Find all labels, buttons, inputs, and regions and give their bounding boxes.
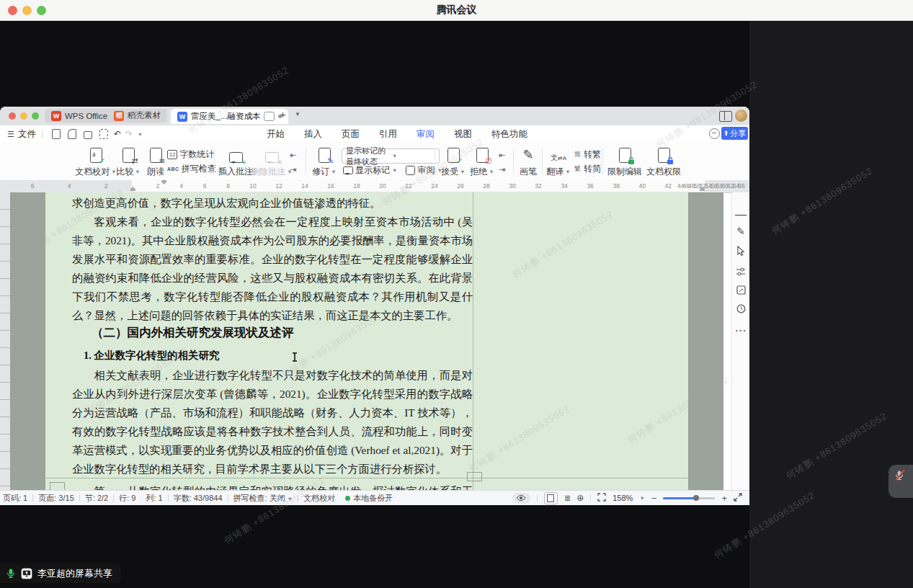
translate-button[interactable]: 文⇄A 翻译▼ (543, 146, 574, 178)
simplified-to-traditional-button[interactable]: 简 转繁 (574, 148, 601, 161)
spell-check-button[interactable]: ABC 拼写检查▼ (167, 163, 223, 175)
divider (435, 148, 435, 174)
menu-special-features[interactable]: 特色功能 (491, 128, 527, 141)
hamburger-icon[interactable]: ☰ (7, 130, 14, 139)
ruler-number: 66 (738, 182, 744, 190)
doc-proofing-button[interactable]: a✓ 文档校对▼ (75, 146, 117, 178)
zoom-slider-knob[interactable] (693, 495, 699, 501)
collapse-strip-icon[interactable]: — (732, 208, 749, 221)
previous-revision-button[interactable]: ⇤ (499, 149, 505, 161)
zoom-out-button[interactable]: − (651, 493, 657, 504)
floating-mic-panel[interactable] (888, 465, 913, 498)
print-preview-icon[interactable] (99, 129, 108, 139)
ocr-extract-icon[interactable] (732, 285, 749, 298)
doc-permission-button[interactable]: 文档权限 (644, 146, 683, 178)
new-tab-button[interactable]: + (280, 108, 286, 120)
zoom-slider[interactable] (663, 497, 715, 499)
fullscreen-button[interactable] (734, 493, 742, 503)
vertical-ruler[interactable] (0, 192, 11, 491)
menu-insert[interactable]: 插入 (304, 128, 322, 141)
print-icon[interactable] (84, 131, 92, 139)
save-icon[interactable] (52, 129, 61, 139)
menu-home[interactable]: 开始 (267, 128, 285, 141)
doc-paragraph-end: 求创造更高价值，数字化呈现从宏观向企业价值链渗透的特征。 (72, 194, 473, 213)
ruler-number: 36 (587, 182, 593, 190)
export-pdf-icon[interactable] (68, 129, 76, 139)
select-cursor-icon[interactable] (732, 246, 749, 259)
wps-account-avatar[interactable] (735, 110, 747, 122)
more-tools-icon[interactable]: ⋯ (732, 324, 749, 337)
history-clock-icon[interactable] (732, 303, 749, 316)
settings-sliders-icon[interactable] (732, 266, 749, 279)
zoom-caret-icon[interactable]: ▼ (639, 495, 644, 502)
doc-paragraph: 相关文献表明，企业进行数字化转型不只是对数字化技术的简单使用，而是对企业从内到外… (72, 366, 473, 478)
tab-wps-home[interactable]: W WPS Office (45, 109, 114, 122)
share-arrow-icon: ⬆ (723, 130, 729, 137)
wps-minimize-button[interactable] (20, 112, 27, 120)
writer-doc-icon: W (177, 112, 187, 122)
traditional-to-simplified-button[interactable]: 繁 转简 (574, 163, 601, 175)
outline-view-icon[interactable]: ≣ (564, 494, 570, 503)
accept-revision-button[interactable]: ✓ 接受▼ (438, 146, 468, 178)
wps-close-button[interactable] (9, 112, 16, 120)
track-changes-button[interactable]: ✎ 修订▼ (308, 146, 340, 178)
wps-share-button[interactable]: ⬆ 分享 (721, 127, 748, 140)
status-spell-check[interactable]: 拼写检查: 关闭 ▼ (233, 493, 293, 504)
quickbar-caret-icon[interactable]: ▼ (138, 132, 143, 137)
status-word-count[interactable]: 字数: 43/9844 (174, 493, 223, 504)
insert-comment-button[interactable]: + 插入批注 (216, 146, 255, 178)
brush-pen-icon: ✎ (522, 147, 533, 163)
divider (228, 494, 228, 502)
ruler-number: 30 (509, 182, 515, 190)
comment-bubble-icon[interactable] (264, 112, 275, 121)
ruler-number: 26 (457, 182, 463, 190)
next-comment-button[interactable]: ⇥ (290, 164, 296, 176)
markup-state-dropdown[interactable]: 显示标记的最终状态 ▼ (342, 148, 440, 164)
share-label: 分享 (730, 128, 746, 139)
previous-comment-button[interactable]: ⇤ (290, 149, 296, 161)
eye-protection-button[interactable] (512, 493, 530, 504)
menu-page[interactable]: 页面 (342, 128, 360, 141)
tab-list-caret-icon[interactable]: ▼ (295, 111, 300, 117)
doc-permission-icon (658, 148, 670, 163)
file-menu[interactable]: 文件 (18, 128, 36, 141)
menu-review-active[interactable]: 审阅 (417, 128, 435, 141)
main-menu: 开始 插入 页面 引用 审阅 视图 特色功能 (267, 128, 527, 141)
screen-share-status-badge[interactable]: 李亚超的屏幕共享 (0, 564, 121, 583)
show-markup-button[interactable]: 显示标记▼ (343, 164, 397, 177)
status-local-backup[interactable]: 本地备份开 (345, 493, 393, 504)
page-view-button[interactable] (544, 492, 558, 504)
compare-button[interactable]: ⇄ 比较▼ (114, 146, 143, 178)
ink-brush-button[interactable]: ✎ 画笔 (515, 146, 542, 178)
review-pane-button[interactable]: 审阅▼ (406, 164, 442, 177)
horizontal-ruler[interactable]: 642 246810121416182022242628303234363840… (0, 180, 749, 193)
side-by-side-pages-icon[interactable] (719, 111, 732, 122)
zoom-level-value[interactable]: 158% (613, 494, 633, 502)
annotate-pen-icon[interactable]: ✎ (732, 226, 749, 237)
menu-reference[interactable]: 引用 (379, 128, 397, 141)
next-revision-button[interactable]: ⇥ (499, 164, 505, 176)
tab-document-active[interactable]: W 雷应美_...融资成本 (171, 109, 288, 124)
wps-zoom-button[interactable] (32, 112, 39, 120)
undo-icon[interactable]: ↶ (114, 129, 121, 139)
web-layout-icon[interactable]: ⊕ (576, 493, 584, 503)
zoom-in-button[interactable]: + (721, 493, 727, 504)
ruler-number: 20 (379, 182, 386, 190)
delete-comment-button-disabled[interactable]: × 删除批注▼ (252, 146, 291, 178)
menu-view[interactable]: 视图 (454, 128, 472, 141)
redo-icon[interactable]: ↷ (125, 129, 133, 139)
word-count-button[interactable]: 12 字数统计 (167, 148, 214, 161)
read-aloud-button[interactable]: ≋ 朗读 (141, 146, 170, 178)
tab-label: WPS Office (65, 112, 107, 120)
theme-skin-icon[interactable] (709, 128, 720, 139)
reject-revision-button[interactable]: ∅ 拒绝▼ (467, 146, 497, 178)
meeting-app-title: 腾讯会议 (0, 4, 913, 17)
status-doc-proof[interactable]: 文档校对 (303, 493, 335, 504)
document-page[interactable]: 求创造更高价值，数字化呈现从宏观向企业价值链渗透的特征。 客观来看，企业的数字化… (45, 192, 688, 491)
divider (602, 148, 603, 174)
tab-docer[interactable]: 稻 稻壳素材 (107, 109, 167, 122)
restrict-editing-button[interactable]: 限制编辑 (605, 146, 644, 178)
document-canvas[interactable]: 求创造更高价值，数字化呈现从宏观向企业价值链渗透的特征。 客观来看，企业的数字化… (10, 192, 723, 491)
comment-nav-stack: ⇤ ⇥ (290, 149, 296, 176)
fit-page-button[interactable] (597, 493, 606, 503)
